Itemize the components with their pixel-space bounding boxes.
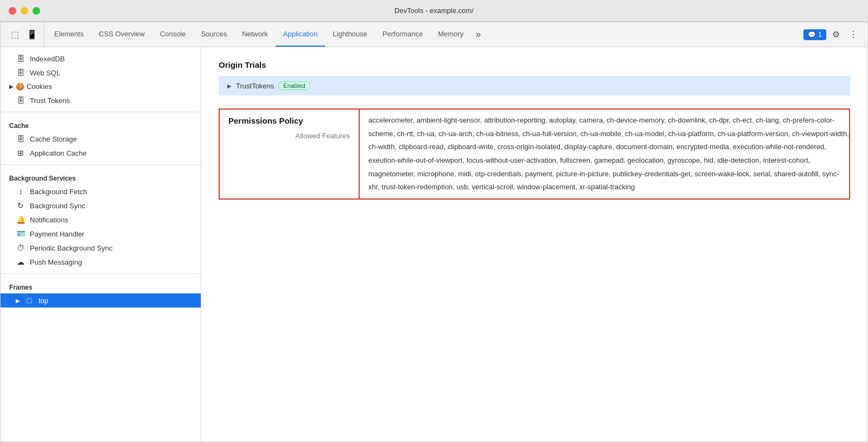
- sidebar-item-top[interactable]: ▶ □ top: [1, 293, 201, 308]
- tab-network[interactable]: Network: [234, 22, 276, 47]
- tab-css-overview[interactable]: CSS Overview: [91, 22, 152, 47]
- origin-trials-title: Origin Trials: [219, 60, 850, 69]
- console-icon: 💬: [808, 31, 816, 39]
- window-controls: [9, 7, 40, 15]
- sidebar-item-push-messaging[interactable]: ☁ Push Messaging: [1, 255, 201, 269]
- tab-application[interactable]: Application: [276, 22, 326, 47]
- permissions-features-value: accelerometer, ambient-light-sensor, att…: [360, 108, 850, 200]
- sidebar-item-background-fetch[interactable]: ↕ Background Fetch: [1, 184, 201, 198]
- sidebar-divider-3: [1, 273, 201, 274]
- sidebar-item-cache-storage[interactable]: 🗄 Cache Storage: [1, 132, 201, 146]
- close-button[interactable]: [9, 7, 16, 15]
- permissions-features-text: accelerometer, ambient-light-sensor, att…: [368, 116, 849, 191]
- permissions-policy-title: Permissions Policy: [228, 116, 350, 125]
- sidebar-item-indexeddb[interactable]: 🗄 IndexedDB: [1, 52, 201, 66]
- tab-bar-icons: ⬚ 📱: [3, 22, 44, 47]
- trust-tokens-row[interactable]: ▶ TrustTokens Enabled: [219, 76, 850, 95]
- sidebar-item-cookies[interactable]: ▶ 🍪 Cookies: [1, 80, 201, 93]
- sidebar-item-trust-tokens[interactable]: 🗄 Trust Tokens: [1, 93, 201, 107]
- cookies-icon: 🍪: [16, 82, 24, 91]
- content-area: Origin Trials ▶ TrustTokens Enabled Perm…: [201, 47, 867, 441]
- sidebar-divider: [1, 112, 201, 112]
- permissions-policy-section: Permissions Policy Allowed Features acce…: [219, 108, 850, 200]
- cache-section-label: Cache: [1, 117, 201, 132]
- bell-icon: 🔔: [16, 215, 25, 224]
- chevron-right-icon: ▶: [16, 298, 20, 304]
- settings-icon[interactable]: ⚙: [828, 27, 844, 42]
- title-bar: DevTools - example.com/: [0, 0, 868, 22]
- tab-console[interactable]: Console: [152, 22, 194, 47]
- sidebar-item-notifications[interactable]: 🔔 Notifications: [1, 213, 201, 227]
- cursor-icon[interactable]: ⬚: [7, 27, 22, 42]
- main-area: 🗄 IndexedDB 🗄 Web SQL ▶ 🍪 Cookies 🗄 Trus…: [1, 47, 867, 441]
- tab-sources[interactable]: Sources: [193, 22, 234, 47]
- devtools-window: ⬚ 📱 Elements CSS Overview Console Source…: [0, 22, 868, 442]
- allowed-features-label: Allowed Features: [228, 130, 350, 140]
- payment-icon: 🪪: [16, 229, 25, 238]
- clock-icon: ⏱: [16, 244, 25, 252]
- sidebar-item-background-sync[interactable]: ↻ Background Sync: [1, 198, 201, 213]
- origin-trials-section: Origin Trials ▶ TrustTokens Enabled: [219, 60, 850, 95]
- minimize-button[interactable]: [21, 7, 28, 15]
- trust-tokens-label: TrustTokens: [236, 82, 274, 90]
- tab-bar: ⬚ 📱 Elements CSS Overview Console Source…: [1, 22, 867, 47]
- tab-performance[interactable]: Performance: [375, 22, 430, 47]
- sync-icon: ↻: [16, 201, 25, 210]
- sidebar-item-periodic-background-sync[interactable]: ⏱ Periodic Background Sync: [1, 241, 201, 255]
- frames-section-label: Frames: [1, 278, 201, 293]
- chevron-right-icon: ▶: [227, 83, 232, 89]
- database-icon: 🗄: [16, 134, 25, 143]
- more-options-icon[interactable]: ⋮: [846, 27, 861, 42]
- sidebar-item-payment-handler[interactable]: 🪪 Payment Handler: [1, 227, 201, 241]
- permissions-grid: Permissions Policy Allowed Features acce…: [219, 108, 850, 200]
- tab-memory[interactable]: Memory: [430, 22, 471, 47]
- console-badge-button[interactable]: 💬 1: [803, 29, 826, 40]
- cloud-icon: ☁: [16, 258, 25, 266]
- frame-icon: □: [24, 296, 34, 305]
- tab-bar-right: 💬 1 ⚙ ⋮: [799, 22, 865, 47]
- maximize-button[interactable]: [33, 7, 40, 15]
- enabled-badge: Enabled: [278, 81, 310, 90]
- window-title: DevTools - example.com/: [394, 7, 474, 15]
- tab-lighthouse[interactable]: Lighthouse: [325, 22, 375, 47]
- console-count: 1: [818, 31, 822, 39]
- database-icon: 🗄: [16, 54, 25, 63]
- database-icon: 🗄: [16, 68, 25, 77]
- grid-icon: ⊞: [16, 149, 25, 157]
- background-services-label: Background Services: [1, 169, 201, 184]
- device-icon[interactable]: 📱: [24, 27, 40, 42]
- more-tabs-button[interactable]: »: [471, 22, 485, 47]
- sidebar-item-websql[interactable]: 🗄 Web SQL: [1, 66, 201, 80]
- sidebar: 🗄 IndexedDB 🗄 Web SQL ▶ 🍪 Cookies 🗄 Trus…: [1, 47, 201, 441]
- sidebar-divider-2: [1, 164, 201, 165]
- permissions-header-box: Permissions Policy Allowed Features: [219, 108, 360, 200]
- database-icon: 🗄: [16, 96, 25, 105]
- sidebar-item-application-cache[interactable]: ⊞ Application Cache: [1, 146, 201, 160]
- fetch-icon: ↕: [16, 187, 25, 196]
- chevron-right-icon: ▶: [9, 84, 14, 89]
- tab-elements[interactable]: Elements: [47, 22, 91, 47]
